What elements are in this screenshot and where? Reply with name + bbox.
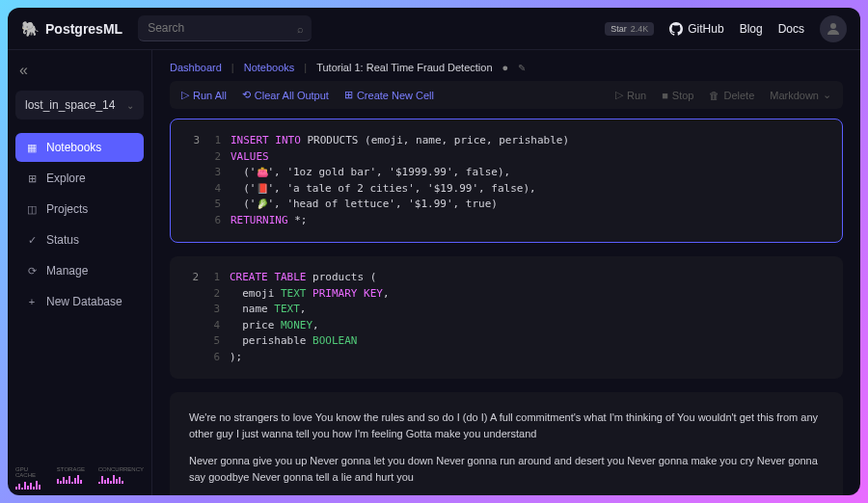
collapse-sidebar-button[interactable]: «	[15, 58, 32, 83]
cells-container: 3 1 2 3 4 5 6 INSERT INTO PRODUCTS (emoj…	[152, 119, 860, 495]
line-gutter: 1 2 3 4 5 6	[206, 270, 230, 365]
nav-icon: +	[25, 296, 39, 307]
delete-button[interactable]: 🗑 Delete	[709, 90, 754, 101]
logo-icon: 🐘	[21, 20, 40, 38]
stop-button[interactable]: ■ Stop	[662, 90, 693, 101]
breadcrumb-notebooks[interactable]: Notebooks	[244, 62, 295, 73]
stat-concurrency: CONCURRENCY	[98, 466, 144, 490]
clear-output-button[interactable]: ⟲ Clear All Output	[242, 89, 329, 101]
github-link[interactable]: GitHub	[669, 22, 723, 36]
sidebar: « lost_in_space_14 ⌄ ▦Notebooks⊞Explore◫…	[8, 50, 152, 495]
chevron-down-icon: ⌄	[126, 100, 134, 111]
sidebar-item-explore[interactable]: ⊞Explore	[15, 164, 144, 193]
cell-execution-count: 2	[179, 270, 206, 365]
code-content[interactable]: INSERT INTO PRODUCTS (emoji, name, price…	[231, 133, 828, 228]
github-icon	[669, 22, 683, 36]
nav-icon: ⊞	[25, 172, 39, 185]
avatar[interactable]	[820, 15, 847, 42]
breadcrumb-dashboard[interactable]: Dashboard	[170, 62, 222, 73]
app-window: 🐘 PostgresML ⌕ Star 2.4K GitHub Blog Doc…	[8, 8, 860, 495]
search-wrap: ⌕	[138, 15, 312, 41]
sidebar-item-notebooks[interactable]: ▦Notebooks	[15, 133, 144, 162]
cell-mode-select[interactable]: Markdown ⌄	[770, 89, 831, 101]
brand-name: PostgresML	[45, 21, 122, 37]
toolbar: ▷ Run All ⟲ Clear All Output ⊞ Create Ne…	[170, 81, 843, 109]
blog-link[interactable]: Blog	[740, 22, 763, 36]
body: « lost_in_space_14 ⌄ ▦Notebooks⊞Explore◫…	[8, 50, 860, 495]
nav-icon: ✓	[25, 234, 39, 247]
code-content[interactable]: CREATE TABLE products ( emoji TEXT PRIMA…	[230, 270, 829, 365]
sidebar-item-status[interactable]: ✓Status	[15, 225, 144, 254]
brand-logo[interactable]: 🐘 PostgresML	[21, 20, 122, 38]
code-cell[interactable]: 3 1 2 3 4 5 6 INSERT INTO PRODUCTS (emoj…	[170, 119, 843, 243]
nav: ▦Notebooks⊞Explore◫Projects✓Status⟳Manag…	[15, 133, 144, 318]
new-cell-button[interactable]: ⊞ Create New Cell	[344, 89, 434, 101]
topbar: 🐘 PostgresML ⌕ Star 2.4K GitHub Blog Doc…	[8, 8, 860, 50]
sidebar-footer: GPU CACHESTORAGECONCURRENCY	[15, 466, 144, 490]
main: Dashboard | Notebooks | Tutorial 1: Real…	[152, 50, 860, 495]
sidebar-item-projects[interactable]: ◫Projects	[15, 195, 144, 224]
cell-execution-count: 3	[180, 133, 207, 228]
sidebar-item-manage[interactable]: ⟳Manage	[15, 256, 144, 285]
breadcrumb: Dashboard | Notebooks | Tutorial 1: Real…	[152, 50, 860, 81]
sidebar-item-new-database[interactable]: +New Database	[15, 287, 144, 316]
run-all-button[interactable]: ▷ Run All	[181, 89, 227, 101]
stat-gpu-cache: GPU CACHE	[15, 466, 47, 490]
status-dot-icon: ●	[502, 62, 509, 73]
search-icon: ⌕	[297, 23, 304, 35]
play-icon: ▷	[181, 89, 189, 101]
stop-icon: ■	[662, 90, 668, 101]
plus-cell-icon: ⊞	[344, 89, 353, 101]
edit-icon[interactable]: ✎	[518, 63, 526, 73]
code-cell[interactable]: 2 1 2 3 4 5 6 CREATE TABLE products ( em…	[170, 256, 843, 379]
trash-icon: 🗑	[709, 90, 719, 101]
search-input[interactable]	[138, 15, 312, 41]
nav-icon: ⟳	[25, 265, 39, 278]
user-icon	[826, 21, 841, 37]
database-selector[interactable]: lost_in_space_14 ⌄	[15, 91, 144, 119]
stat-storage: STORAGE	[57, 466, 89, 490]
svg-point-0	[830, 23, 836, 29]
docs-link[interactable]: Docs	[778, 22, 804, 36]
nav-icon: ▦	[25, 142, 39, 154]
clear-icon: ⟲	[242, 89, 251, 101]
line-gutter: 1 2 3 4 5 6	[207, 133, 231, 228]
chevron-down-icon: ⌄	[823, 89, 831, 101]
github-star-badge[interactable]: Star 2.4K	[605, 22, 654, 36]
play-icon: ▷	[615, 89, 623, 101]
run-button[interactable]: ▷ Run	[615, 89, 646, 101]
breadcrumb-current: Tutorial 1: Real Time Fraud Detection	[316, 62, 492, 73]
markdown-cell[interactable]: We're no strangers to love You know the …	[170, 392, 843, 495]
nav-icon: ◫	[25, 203, 39, 216]
